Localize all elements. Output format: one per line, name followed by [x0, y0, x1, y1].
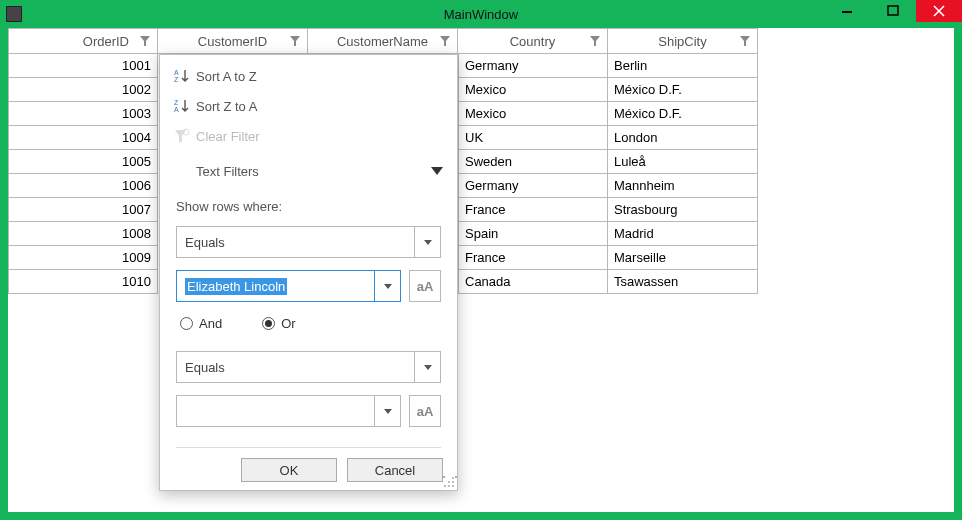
- sort-asc-icon: AZ: [174, 68, 196, 84]
- header-orderid[interactable]: OrderID: [8, 28, 158, 54]
- table-row[interactable]: 1004UKLondon: [8, 126, 954, 150]
- cell-shipcity[interactable]: London: [608, 126, 758, 150]
- ok-button[interactable]: OK: [241, 458, 337, 482]
- value2-combo[interactable]: [176, 395, 401, 427]
- cell-orderid[interactable]: 1007: [8, 198, 158, 222]
- table-row[interactable]: 1002MexicoMéxico D.F.: [8, 78, 954, 102]
- table-row[interactable]: 1006GermanyMannheim: [8, 174, 954, 198]
- table-row[interactable]: 1009FranceMarseille: [8, 246, 954, 270]
- cell-orderid[interactable]: 1009: [8, 246, 158, 270]
- svg-text:Z: Z: [174, 99, 179, 106]
- cell-shipcity[interactable]: México D.F.: [608, 78, 758, 102]
- cell-country[interactable]: Sweden: [458, 150, 608, 174]
- cell-orderid[interactable]: 1010: [8, 270, 158, 294]
- value1-input[interactable]: Elizabeth Lincoln: [176, 270, 375, 302]
- chevron-down-icon: [424, 240, 432, 245]
- filter-form: Show rows where: Equals Elizabeth Lincol…: [160, 191, 457, 448]
- operator1-combo[interactable]: Equals: [176, 226, 441, 258]
- svg-text:Z: Z: [174, 76, 179, 83]
- operator2-dropdown-button[interactable]: [415, 351, 441, 383]
- case-sensitive-toggle-1[interactable]: aA: [409, 270, 441, 302]
- value1-dropdown-button[interactable]: [375, 270, 401, 302]
- cell-shipcity[interactable]: Tsawassen: [608, 270, 758, 294]
- cell-shipcity[interactable]: Strasbourg: [608, 198, 758, 222]
- sort-asc-item[interactable]: AZ Sort A to Z: [160, 61, 457, 91]
- svg-text:A: A: [174, 106, 179, 113]
- cell-orderid[interactable]: 1006: [8, 174, 158, 198]
- table-row[interactable]: 1005SwedenLuleå: [8, 150, 954, 174]
- value1-combo[interactable]: Elizabeth Lincoln: [176, 270, 401, 302]
- header-customername[interactable]: CustomerName: [308, 28, 458, 54]
- header-customerid-label: CustomerID: [198, 34, 267, 49]
- cell-country[interactable]: France: [458, 198, 608, 222]
- header-customerid[interactable]: CustomerID: [158, 28, 308, 54]
- close-button[interactable]: [916, 0, 962, 22]
- cell-country[interactable]: France: [458, 246, 608, 270]
- header-country-label: Country: [510, 34, 556, 49]
- table-row[interactable]: 1001GermanyBerlin: [8, 54, 954, 78]
- header-customername-label: CustomerName: [337, 34, 428, 49]
- cell-orderid[interactable]: 1003: [8, 102, 158, 126]
- minimize-icon: [841, 5, 853, 17]
- filter-icon[interactable]: [289, 35, 301, 47]
- separator: [176, 447, 441, 448]
- and-radio[interactable]: And: [180, 316, 222, 331]
- minimize-button[interactable]: [824, 0, 870, 22]
- cell-country[interactable]: Mexico: [458, 78, 608, 102]
- svg-point-10: [448, 485, 450, 487]
- text-filters-item[interactable]: Text Filters: [160, 151, 457, 191]
- header-country[interactable]: Country: [458, 28, 608, 54]
- cell-shipcity[interactable]: Marseille: [608, 246, 758, 270]
- resize-grip[interactable]: [443, 476, 455, 488]
- filter-icon[interactable]: [139, 35, 151, 47]
- cell-shipcity[interactable]: Madrid: [608, 222, 758, 246]
- cell-shipcity[interactable]: Berlin: [608, 54, 758, 78]
- cell-shipcity[interactable]: México D.F.: [608, 102, 758, 126]
- filter-icon[interactable]: [439, 35, 451, 47]
- operator1-dropdown-button[interactable]: [415, 226, 441, 258]
- table-row[interactable]: 1010CanadaTsawassen: [8, 270, 954, 294]
- maximize-button[interactable]: [870, 0, 916, 22]
- maximize-icon: [887, 5, 899, 17]
- svg-point-9: [452, 485, 454, 487]
- cell-country[interactable]: Germany: [458, 174, 608, 198]
- cell-shipcity[interactable]: Mannheim: [608, 174, 758, 198]
- chevron-down-icon: [431, 167, 443, 175]
- chevron-down-icon: [424, 365, 432, 370]
- operator1-value: Equals: [176, 226, 415, 258]
- radio-dot-icon: [265, 320, 272, 327]
- sort-desc-item[interactable]: ZA Sort Z to A: [160, 91, 457, 121]
- cell-orderid[interactable]: 1005: [8, 150, 158, 174]
- value2-dropdown-button[interactable]: [375, 395, 401, 427]
- cell-country[interactable]: Canada: [458, 270, 608, 294]
- cell-country[interactable]: UK: [458, 126, 608, 150]
- cancel-button[interactable]: Cancel: [347, 458, 443, 482]
- cell-country[interactable]: Germany: [458, 54, 608, 78]
- svg-text:A: A: [174, 69, 179, 76]
- value1-text: Elizabeth Lincoln: [185, 278, 287, 295]
- table-row[interactable]: 1003MexicoMéxico D.F.: [8, 102, 954, 126]
- table-row[interactable]: 1007FranceStrasbourg: [8, 198, 954, 222]
- filter-icon[interactable]: [739, 35, 751, 47]
- cell-orderid[interactable]: 1001: [8, 54, 158, 78]
- clear-filter-label: Clear Filter: [196, 129, 443, 144]
- value2-input[interactable]: [176, 395, 375, 427]
- operator2-value: Equals: [176, 351, 415, 383]
- popup-buttons: OK Cancel: [241, 458, 443, 482]
- cell-orderid[interactable]: 1002: [8, 78, 158, 102]
- case-sensitive-toggle-2[interactable]: aA: [409, 395, 441, 427]
- cell-orderid[interactable]: 1004: [8, 126, 158, 150]
- header-shipcity[interactable]: ShipCity: [608, 28, 758, 54]
- main-window: MainWindow OrderID CustomerID C: [0, 0, 962, 520]
- table-row[interactable]: 1008SpainMadrid: [8, 222, 954, 246]
- header-orderid-label: OrderID: [83, 34, 129, 49]
- filter-icon[interactable]: [589, 35, 601, 47]
- cell-orderid[interactable]: 1008: [8, 222, 158, 246]
- cell-country[interactable]: Spain: [458, 222, 608, 246]
- svg-point-12: [444, 485, 446, 487]
- cell-country[interactable]: Mexico: [458, 102, 608, 126]
- operator2-combo[interactable]: Equals: [176, 351, 441, 383]
- cell-shipcity[interactable]: Luleå: [608, 150, 758, 174]
- or-radio[interactable]: Or: [262, 316, 295, 331]
- titlebar[interactable]: MainWindow: [0, 0, 962, 28]
